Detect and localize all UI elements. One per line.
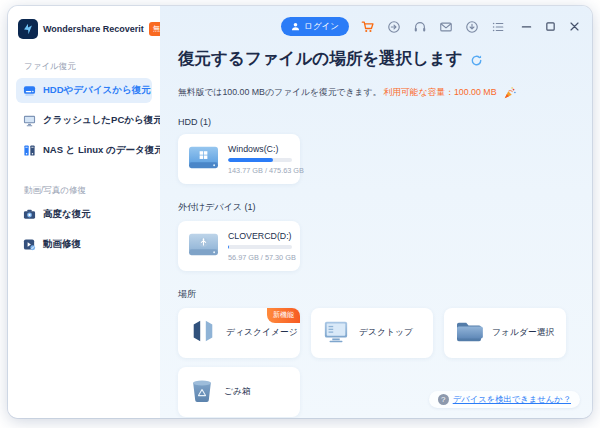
app-logo-icon bbox=[18, 19, 38, 39]
usb-drive-icon bbox=[187, 230, 220, 263]
drive-card-clovercd-d[interactable]: CLOVERCD(D:) 56.97 GB / 57.30 GB bbox=[178, 221, 300, 271]
notice-text: 無料版では100.00 MBのファイルを復元できます。 bbox=[178, 87, 381, 99]
desktop-icon bbox=[322, 318, 350, 348]
video-repair-icon bbox=[23, 238, 36, 251]
drive-name: CLOVERCD(D:) bbox=[228, 231, 296, 241]
logo-row: Wondershare Recoverit 無料版 bbox=[8, 6, 160, 39]
login-label: ログイン bbox=[304, 21, 339, 33]
crashed-pc-icon bbox=[23, 114, 36, 127]
camera-icon bbox=[23, 208, 36, 221]
drive-usage-bar bbox=[228, 245, 292, 249]
folder-icon bbox=[455, 319, 483, 347]
drive-size: 143.77 GB / 475.63 GB bbox=[228, 166, 304, 175]
section-label-location: 場所 bbox=[178, 288, 576, 301]
location-label: ごみ箱 bbox=[224, 386, 251, 398]
device-not-detected-help[interactable]: ? デバイスを検出できませんか？ bbox=[429, 391, 580, 408]
available-capacity-text: 利用可能な容量：100.00 MB bbox=[383, 87, 496, 99]
support-headset-icon[interactable] bbox=[413, 20, 427, 34]
drive-size: 56.97 GB / 57.30 GB bbox=[228, 253, 296, 262]
nas-linux-icon bbox=[23, 144, 36, 157]
new-feature-badge: 新機能 bbox=[267, 308, 300, 323]
sidebar-item-label: 動画修復 bbox=[43, 238, 81, 251]
drive-usage-fill bbox=[228, 245, 229, 249]
close-button-icon[interactable] bbox=[569, 21, 580, 32]
location-card-folder-select[interactable]: フォルダー選択 bbox=[444, 308, 566, 358]
main-panel: ログイン bbox=[160, 6, 592, 418]
main-content: 復元するファイルの場所を選択します 無料版では100.00 MBのファイルを復元… bbox=[160, 6, 592, 417]
windows-drive-icon bbox=[187, 143, 220, 176]
section-label-external-devices: 外付けデバイス (1) bbox=[178, 201, 576, 214]
location-label: ディスクイメージ bbox=[226, 327, 298, 339]
sidebar-item-label: NAS と Linux のデータ復元 bbox=[43, 144, 164, 157]
app-window: Wondershare Recoverit 無料版 ファイル復元 HDDやデバイ… bbox=[8, 6, 592, 418]
question-icon: ? bbox=[438, 394, 449, 405]
minimize-button-icon[interactable] bbox=[521, 21, 532, 32]
party-popper-icon bbox=[503, 86, 517, 100]
sidebar-item-video-repair[interactable]: 動画修復 bbox=[16, 232, 152, 257]
sidebar-item-nas-linux-recovery[interactable]: NAS と Linux のデータ復元 bbox=[16, 138, 152, 163]
location-label: フォルダー選択 bbox=[492, 327, 554, 339]
sidebar-section-video-photo-repair: 動画/写真の修復 bbox=[24, 185, 160, 197]
sidebar-item-advanced-recovery[interactable]: 高度な復元 bbox=[16, 202, 152, 227]
menu-icon[interactable] bbox=[491, 20, 505, 34]
location-card-desktop[interactable]: デスクトップ bbox=[311, 308, 433, 358]
maximize-button-icon[interactable] bbox=[545, 21, 556, 32]
location-label: デスクトップ bbox=[359, 327, 413, 339]
device-not-detected-link[interactable]: デバイスを検出できませんか？ bbox=[453, 394, 571, 405]
user-icon bbox=[291, 22, 300, 31]
window-controls bbox=[521, 21, 580, 32]
free-plan-notice: 無料版では100.00 MBのファイルを復元できます。 利用可能な容量：100.… bbox=[178, 86, 576, 100]
topbar: ログイン bbox=[281, 17, 580, 36]
drive-card-windows-c[interactable]: Windows(C:) 143.77 GB / 475.63 GB bbox=[178, 134, 300, 184]
cart-icon[interactable] bbox=[361, 20, 375, 34]
disk-image-icon bbox=[189, 318, 217, 348]
drive-usage-fill bbox=[228, 158, 273, 162]
location-card-recycle-bin[interactable]: ごみ箱 bbox=[178, 367, 300, 417]
page-title: 復元するファイルの場所を選択します bbox=[178, 48, 463, 70]
login-arrow-icon[interactable] bbox=[387, 20, 401, 34]
mail-icon[interactable] bbox=[439, 20, 453, 34]
refresh-icon[interactable] bbox=[470, 53, 483, 66]
sidebar-item-label: HDDやデバイスから復元 bbox=[43, 84, 151, 97]
drive-usage-bar bbox=[228, 158, 292, 162]
sidebar-item-hdd-recovery[interactable]: HDDやデバイスから復元 bbox=[16, 78, 152, 103]
sidebar-item-label: クラッシュしたPCから復元 bbox=[43, 114, 163, 127]
sidebar-section-file-recovery: ファイル復元 bbox=[24, 61, 160, 73]
location-card-disk-image[interactable]: 新機能 ディスクイメージ bbox=[178, 308, 300, 358]
recycle-bin-icon bbox=[189, 377, 215, 407]
drive-name: Windows(C:) bbox=[228, 144, 304, 154]
download-icon[interactable] bbox=[465, 20, 479, 34]
sidebar-item-label: 高度な復元 bbox=[43, 208, 91, 221]
login-button[interactable]: ログイン bbox=[281, 17, 349, 36]
section-label-hdd: HDD (1) bbox=[178, 117, 576, 127]
hdd-icon bbox=[23, 84, 36, 97]
sidebar-item-crashed-pc-recovery[interactable]: クラッシュしたPCから復元 bbox=[16, 108, 152, 133]
app-title: Wondershare Recoverit bbox=[43, 24, 144, 34]
sidebar: Wondershare Recoverit 無料版 ファイル復元 HDDやデバイ… bbox=[8, 6, 160, 418]
